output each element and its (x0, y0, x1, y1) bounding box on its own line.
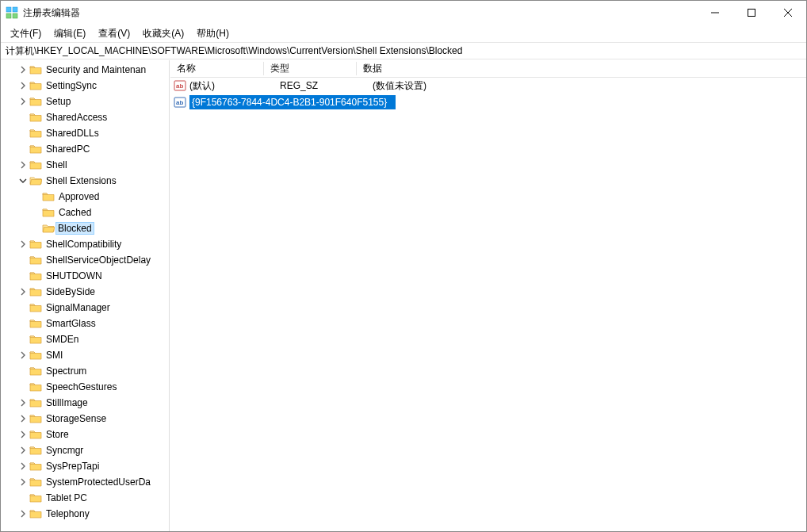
tree-item[interactable]: SharedAccess (1, 109, 169, 125)
tree-item-label: SharedDLLs (46, 128, 99, 139)
tree-item[interactable]: Cached (1, 205, 169, 220)
folder-icon (29, 318, 42, 329)
list-row-editing[interactable]: ab (170, 94, 806, 111)
address-path: 计算机\HKEY_LOCAL_MACHINE\SOFTWARE\Microsof… (6, 44, 462, 58)
tree-item[interactable]: StorageSense (1, 411, 169, 427)
maximize-button[interactable] (733, 1, 770, 25)
main-split: Security and MaintenanSettingSyncSetupSh… (1, 59, 806, 531)
folder-icon (29, 381, 42, 392)
folder-icon (29, 350, 42, 361)
menubar: 文件(F) 编辑(E) 查看(V) 收藏夹(A) 帮助(H) (1, 25, 806, 42)
menu-view[interactable]: 查看(V) (92, 25, 136, 42)
tree-item[interactable]: SMI (1, 347, 169, 363)
column-data[interactable]: 数据 (357, 62, 806, 75)
tree-item[interactable]: Setup (1, 94, 169, 109)
folder-icon (29, 270, 42, 281)
column-name[interactable]: 名称 (170, 62, 264, 75)
tree-item-label: Tablet PC (46, 492, 87, 503)
menu-favorites[interactable]: 收藏夹(A) (136, 25, 190, 42)
svg-rect-1 (13, 7, 17, 12)
tree-item[interactable]: Spectrum (1, 363, 169, 379)
tree-item[interactable]: SignalManager (1, 300, 169, 316)
folder-icon (29, 144, 42, 155)
tree-item[interactable]: SystemProtectedUserDa (1, 474, 169, 490)
chevron-right-icon[interactable] (17, 238, 29, 251)
tree-item-label: Store (46, 429, 69, 440)
tree-item-label: SysPrepTapi (46, 461, 99, 472)
tree-item-label: Approved (59, 191, 99, 202)
tree-item-label: SMDEn (46, 334, 78, 345)
tree-item[interactable]: ShellServiceObjectDelay (1, 252, 169, 268)
chevron-right-icon[interactable] (17, 507, 29, 520)
tree-item[interactable]: SharedDLLs (1, 125, 169, 141)
menu-help[interactable]: 帮助(H) (190, 25, 235, 42)
chevron-right-icon[interactable] (17, 95, 29, 108)
tree-item[interactable]: Syncmgr (1, 442, 169, 458)
folder-icon (29, 302, 42, 313)
tree-item-label: Spectrum (46, 366, 86, 377)
tree-item[interactable]: SHUTDOWN (1, 268, 169, 284)
tree-item[interactable]: SmartGlass (1, 316, 169, 331)
address-bar[interactable]: 计算机\HKEY_LOCAL_MACHINE\SOFTWARE\Microsof… (1, 42, 806, 59)
chevron-right-icon[interactable] (17, 159, 29, 171)
chevron-right-icon[interactable] (17, 79, 29, 92)
tree-item[interactable]: SettingSync (1, 78, 169, 94)
chevron-down-icon[interactable] (17, 174, 29, 187)
folder-icon (29, 508, 42, 519)
chevron-right-icon[interactable] (17, 63, 29, 76)
window-title: 注册表编辑器 (23, 6, 80, 20)
tree-item[interactable]: SideBySide (1, 284, 169, 300)
tree-item[interactable]: Approved (1, 189, 169, 205)
svg-rect-2 (6, 13, 11, 18)
tree-item[interactable]: SharedPC (1, 141, 169, 157)
folder-icon (29, 413, 42, 424)
tree-expander-none (17, 301, 29, 314)
tree-item-label: Blocked (58, 223, 92, 234)
chevron-right-icon[interactable] (17, 396, 29, 409)
tree-item[interactable]: SMDEn (1, 331, 169, 347)
minimize-button[interactable] (697, 1, 733, 25)
folder-icon (29, 239, 42, 250)
svg-rect-5 (748, 10, 755, 17)
window-controls (697, 1, 806, 25)
close-button[interactable] (770, 1, 806, 25)
tree-expander-none (17, 333, 29, 346)
value-name-rename-input[interactable] (189, 95, 396, 109)
list-row[interactable]: ab (默认) REG_SZ (数值未设置) (170, 78, 806, 94)
value-name: (默认) (189, 79, 277, 93)
folder-icon (29, 397, 42, 408)
tree-pane[interactable]: Security and MaintenanSettingSyncSetupSh… (1, 60, 170, 531)
chevron-right-icon[interactable] (17, 412, 29, 425)
menu-file[interactable]: 文件(F) (4, 25, 48, 42)
tree-item[interactable]: Telephony (1, 506, 169, 522)
folder-icon (29, 461, 42, 472)
tree-item[interactable]: Security and Maintenan (1, 62, 169, 78)
tree-item[interactable]: Tablet PC (1, 490, 169, 506)
chevron-right-icon[interactable] (17, 428, 29, 441)
tree-item-label: SharedPC (46, 144, 90, 155)
tree-item-label: ShellCompatibility (46, 239, 121, 250)
column-type[interactable]: 类型 (264, 62, 357, 75)
chevron-right-icon[interactable] (17, 444, 29, 457)
tree-item[interactable]: ShellCompatibility (1, 236, 169, 252)
tree-expander-none (17, 365, 29, 377)
tree-item[interactable]: StillImage (1, 395, 169, 411)
tree-item[interactable]: Blocked (1, 220, 169, 236)
tree-expander-none (17, 317, 29, 330)
folder-icon (29, 334, 42, 345)
tree-item[interactable]: Shell Extensions (1, 173, 169, 189)
menu-edit[interactable]: 编辑(E) (48, 25, 92, 42)
chevron-right-icon[interactable] (17, 349, 29, 362)
tree-item[interactable]: Store (1, 427, 169, 442)
chevron-right-icon[interactable] (17, 460, 29, 473)
tree-expander-none (17, 111, 29, 124)
tree-item[interactable]: SpeechGestures (1, 379, 169, 395)
chevron-right-icon[interactable] (17, 476, 29, 488)
tree-item-label: SystemProtectedUserDa (46, 477, 151, 488)
svg-rect-0 (6, 7, 11, 12)
tree-expander-none (17, 143, 29, 155)
chevron-right-icon[interactable] (17, 285, 29, 298)
tree-item[interactable]: Shell (1, 157, 169, 173)
tree-item[interactable]: SysPrepTapi (1, 458, 169, 474)
list-rows[interactable]: ab (默认) REG_SZ (数值未设置) ab (170, 78, 806, 531)
